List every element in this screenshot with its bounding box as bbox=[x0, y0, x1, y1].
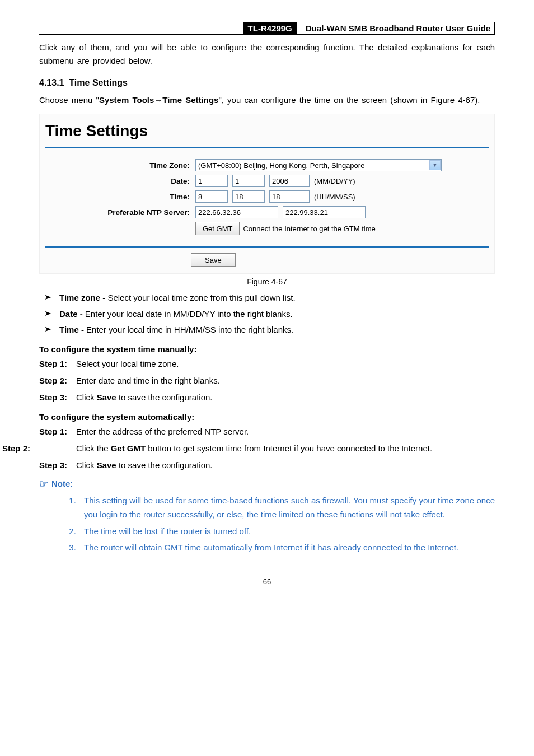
time-settings-panel: Time Settings Time Zone: (GMT+08:00) Bei… bbox=[39, 114, 495, 274]
row-ntp: Preferable NTP Server: 222.66.32.36 222.… bbox=[50, 206, 484, 218]
date-month-input[interactable]: 1 bbox=[195, 175, 228, 187]
pointing-hand-icon: ☞ bbox=[39, 479, 48, 489]
note-2: The time will be lost if the router is t… bbox=[78, 524, 495, 539]
auto-heading: To configure the system automatically: bbox=[39, 412, 495, 422]
bullet-time: Time - Enter your local time in HH/MM/SS… bbox=[45, 324, 495, 337]
section-heading: 4.13.1 Time Settings bbox=[39, 78, 495, 88]
note-1: This setting will be used for some time-… bbox=[78, 493, 495, 522]
time-hour-input[interactable]: 8 bbox=[195, 190, 228, 203]
menu-path-paragraph: Choose menu "System Tools→Time Settings"… bbox=[39, 94, 495, 107]
section-number: 4.13.1 bbox=[39, 78, 64, 87]
section-title: Time Settings bbox=[69, 78, 128, 87]
ntp-label: Preferable NTP Server: bbox=[50, 208, 195, 217]
time-unit: (HH/MM/SS) bbox=[314, 193, 355, 201]
note-heading: ☞ Note: bbox=[39, 479, 495, 489]
manual-step-1: Step 1:Select your local time zone. bbox=[39, 357, 495, 371]
time-minute-input[interactable]: 18 bbox=[232, 190, 265, 203]
panel-heading: Time Settings bbox=[40, 114, 494, 144]
intro-paragraph: Click any of them, and you will be able … bbox=[39, 41, 495, 68]
bullet-date: Date - Enter your local date in MM/DD/YY… bbox=[45, 308, 495, 321]
timezone-value: (GMT+08:00) Beijing, Hong Kong, Perth, S… bbox=[198, 161, 364, 170]
field-descriptions: Time zone - Select your local time zone … bbox=[39, 292, 495, 337]
notes-list: This setting will be used for some time-… bbox=[39, 493, 495, 555]
time-label: Time: bbox=[50, 193, 195, 201]
save-row: Save bbox=[40, 253, 494, 267]
date-label: Date: bbox=[50, 177, 195, 185]
row-date: Date: 1 1 2006 (MM/DD/YY) bbox=[50, 175, 484, 187]
get-gmt-button[interactable]: Get GMT bbox=[195, 222, 240, 235]
page-header: TL-R4299G Dual-WAN SMB Broadband Router … bbox=[39, 22, 495, 35]
page-number: 66 bbox=[39, 577, 495, 586]
save-button[interactable]: Save bbox=[191, 253, 236, 267]
ntp-server-1-input[interactable]: 222.66.32.36 bbox=[195, 206, 278, 218]
auto-step-2: Step 2:Click the Get GMT button to get s… bbox=[39, 442, 495, 455]
row-getgmt: Get GMT Connect the Internet to get the … bbox=[50, 222, 484, 235]
auto-step-1: Step 1:Enter the address of the preferre… bbox=[39, 425, 495, 438]
time-second-input[interactable]: 18 bbox=[269, 190, 310, 203]
row-timezone: Time Zone: (GMT+08:00) Beijing, Hong Kon… bbox=[50, 159, 484, 171]
bullet-timezone: Time zone - Select your local time zone … bbox=[45, 292, 495, 305]
get-gmt-hint: Connect the Internet to get the GTM time bbox=[243, 225, 375, 233]
form-area: Time Zone: (GMT+08:00) Beijing, Hong Kon… bbox=[45, 147, 489, 248]
chevron-down-icon[interactable]: ▼ bbox=[429, 160, 441, 170]
timezone-select[interactable]: (GMT+08:00) Beijing, Hong Kong, Perth, S… bbox=[195, 159, 442, 171]
manual-step-2: Step 2:Enter date and time in the right … bbox=[39, 374, 495, 388]
note-label: Note: bbox=[51, 479, 73, 488]
ntp-server-2-input[interactable]: 222.99.33.21 bbox=[283, 206, 366, 218]
row-time: Time: 8 18 18 (HH/MM/SS) bbox=[50, 190, 484, 203]
manual-step-3: Step 3:Click Save to save the configurat… bbox=[39, 391, 495, 404]
date-year-input[interactable]: 2006 bbox=[269, 175, 310, 187]
timezone-label: Time Zone: bbox=[50, 161, 195, 170]
manual-heading: To configure the system time manually: bbox=[39, 344, 495, 354]
figure-caption: Figure 4-67 bbox=[39, 277, 495, 286]
auto-step-3: Step 3:Click Save to save the configurat… bbox=[39, 459, 495, 472]
date-day-input[interactable]: 1 bbox=[232, 175, 265, 187]
date-unit: (MM/DD/YY) bbox=[314, 177, 355, 185]
guide-title: Dual-WAN SMB Broadband Router User Guide bbox=[302, 22, 495, 34]
note-3: The router will obtain GMT time automati… bbox=[78, 540, 495, 555]
model-badge: TL-R4299G bbox=[243, 22, 297, 34]
